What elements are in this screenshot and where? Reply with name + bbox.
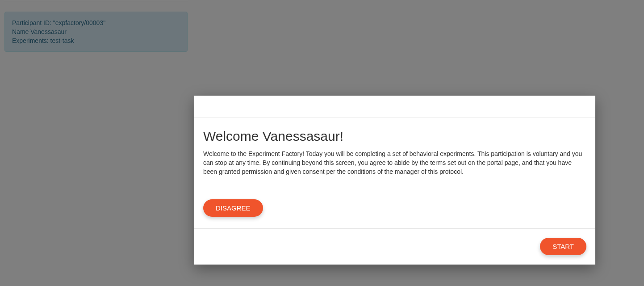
modal-header <box>194 96 595 118</box>
welcome-modal: Welcome Vanessasaur! Welcome to the Expe… <box>194 96 595 265</box>
modal-title: Welcome Vanessasaur! <box>203 129 586 144</box>
modal-footer: START <box>194 228 595 265</box>
start-button[interactable]: START <box>540 238 586 255</box>
disagree-button[interactable]: DISAGREE <box>203 199 263 217</box>
modal-description: Welcome to the Experiment Factory! Today… <box>203 149 586 176</box>
modal-body: Welcome Vanessasaur! Welcome to the Expe… <box>194 118 595 228</box>
